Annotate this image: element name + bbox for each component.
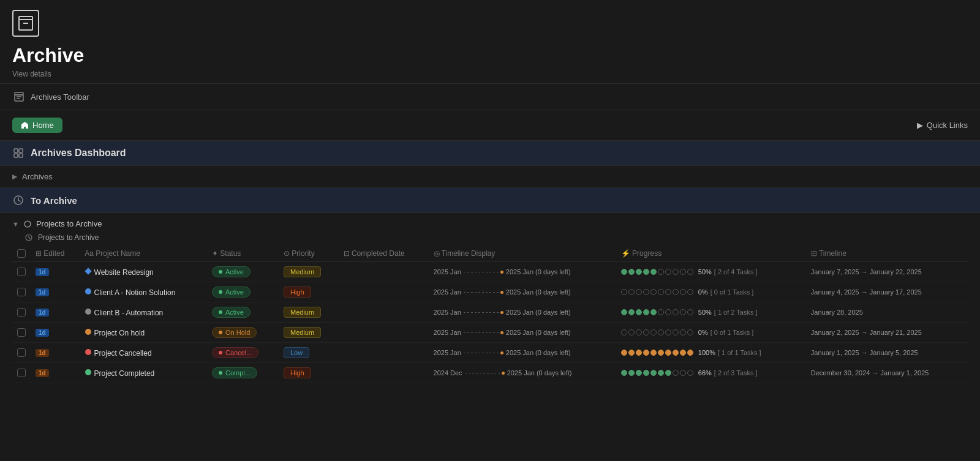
col-priority[interactable]: ⊙ Priority: [279, 245, 339, 262]
status-badge: Compl...: [212, 367, 257, 378]
row-status[interactable]: On Hold: [207, 323, 279, 343]
archives-row[interactable]: ▶ Archives: [0, 166, 980, 188]
progress-dot: [673, 370, 679, 376]
row-priority[interactable]: Low: [279, 343, 339, 363]
row-checkbox[interactable]: [17, 328, 26, 337]
row-completed-date: [339, 363, 429, 383]
progress-dot: [687, 329, 693, 335]
select-all-checkbox[interactable]: [17, 249, 26, 258]
progress-container: 100% [ 1 of 1 Tasks ]: [621, 349, 801, 356]
row-project-name[interactable]: Project Completed: [80, 363, 207, 383]
project-name-text: Project Cancelled: [94, 349, 152, 358]
table-row: 1d Client A - Notion Solution Active Hig…: [12, 282, 968, 302]
col-timeline[interactable]: ⊟ Timeline: [806, 245, 968, 262]
col-completed-date[interactable]: ⊡ Completed Date: [339, 245, 429, 262]
row-status[interactable]: Active: [207, 282, 279, 302]
timeline-bar: [464, 271, 503, 274]
project-icon: [85, 268, 92, 275]
row-edited: 1d: [31, 262, 80, 282]
progress-dot: [687, 269, 693, 275]
col-project-name[interactable]: Aa Project Name: [80, 245, 207, 262]
row-timeline-display: 2025 Jan 2025 Jan (0 days left): [429, 302, 616, 323]
progress-dot: [665, 269, 671, 275]
row-checkbox[interactable]: [17, 288, 26, 296]
progress-dot: [658, 309, 664, 315]
project-name-text: Client B - Automation: [94, 309, 164, 317]
progress-dot: [680, 370, 686, 376]
to-archive-title: To Archive: [31, 195, 77, 206]
col-status[interactable]: ✦ Status: [207, 245, 279, 262]
project-icon: [85, 308, 92, 315]
home-button[interactable]: Home: [12, 118, 62, 133]
row-checkbox-cell: [12, 282, 31, 302]
row-checkbox[interactable]: [17, 268, 26, 276]
row-status[interactable]: Active: [207, 302, 279, 323]
group-chevron[interactable]: ▼: [12, 220, 19, 228]
row-priority[interactable]: High: [279, 282, 339, 302]
row-progress: 0% [ 0 of 1 Tasks ]: [616, 323, 806, 343]
progress-dot: [650, 350, 657, 356]
progress-dot: [628, 370, 635, 376]
row-project-name[interactable]: Client B - Automation: [80, 302, 207, 323]
row-project-name[interactable]: Website Redesign: [80, 262, 207, 282]
row-completed-date: [339, 323, 429, 343]
row-priority[interactable]: Medium: [279, 323, 339, 343]
progress-container: 0% [ 0 of 1 Tasks ]: [621, 288, 801, 296]
row-priority[interactable]: Medium: [279, 262, 339, 282]
tl-dot: [500, 271, 503, 274]
group-title-row: ▼ Projects to Archive: [12, 219, 968, 228]
tl-dot: [500, 291, 503, 294]
project-name-text: Client A - Notion Solution: [94, 288, 176, 297]
progress-dot: [673, 269, 679, 275]
row-priority[interactable]: High: [279, 363, 339, 383]
row-progress: 50% [ 1 of 2 Tasks ]: [616, 302, 806, 323]
timeline-bar: [464, 311, 503, 314]
project-icon: [85, 328, 92, 335]
row-timeline-display: 2025 Jan 2025 Jan (0 days left): [429, 282, 616, 302]
row-timeline-display: 2025 Jan 2025 Jan (0 days left): [429, 323, 616, 343]
timeline-bar: [464, 351, 503, 354]
row-project-name[interactable]: Project On hold: [80, 323, 207, 343]
row-status[interactable]: Active: [207, 262, 279, 282]
progress-dot: [650, 309, 657, 315]
timeline-display: 2025 Jan 2025 Jan (0 days left): [434, 349, 611, 356]
row-status[interactable]: Cancel...: [207, 343, 279, 363]
progress-dot: [687, 350, 693, 356]
status-dot: [219, 270, 222, 274]
progress-dot: [650, 289, 657, 295]
progress-pct: 0%: [698, 288, 708, 296]
row-status[interactable]: Compl...: [207, 363, 279, 383]
tl-start: 2025 Jan: [434, 288, 461, 296]
tl-end: 2025 Jan (0 days left): [506, 349, 571, 356]
row-project-name[interactable]: Project Cancelled: [80, 343, 207, 363]
progress-pct: 66%: [698, 369, 712, 377]
tl-dot: [502, 372, 505, 375]
quick-links[interactable]: ▶ Quick Links: [917, 121, 968, 130]
progress-dots: [621, 269, 693, 275]
row-checkbox[interactable]: [17, 369, 26, 377]
row-project-name[interactable]: Client A - Notion Solution: [80, 282, 207, 302]
row-completed-date: [339, 262, 429, 282]
tl-line: [464, 272, 500, 272]
row-checkbox[interactable]: [17, 348, 26, 357]
row-completed-date: [339, 343, 429, 363]
svg-point-16: [85, 329, 91, 335]
status-badge: Cancel...: [212, 347, 258, 358]
priority-badge: High: [284, 367, 311, 378]
col-timeline-display[interactable]: ◎ Timeline Display: [429, 245, 616, 262]
row-priority[interactable]: Medium: [279, 302, 339, 323]
progress-tasks: [ 0 of 1 Tasks ]: [710, 329, 754, 336]
col-checkbox: [12, 245, 31, 262]
row-completed-date: [339, 302, 429, 323]
projects-table: ⊞ Edited Aa Project Name ✦ Status ⊙ Prio…: [12, 245, 968, 383]
progress-dot: [643, 350, 649, 356]
col-progress[interactable]: ⚡ Progress: [616, 245, 806, 262]
tl-end: 2025 Jan (0 days left): [506, 329, 571, 336]
col-edited[interactable]: ⊞ Edited: [31, 245, 80, 262]
row-timeline-display: 2025 Jan 2025 Jan (0 days left): [429, 343, 616, 363]
status-dot: [219, 331, 222, 334]
row-checkbox[interactable]: [17, 308, 26, 317]
row-checkbox-cell: [12, 323, 31, 343]
projects-group: ▼ Projects to Archive Projects to Archiv…: [0, 213, 980, 383]
view-details-link[interactable]: View details: [12, 70, 51, 78]
